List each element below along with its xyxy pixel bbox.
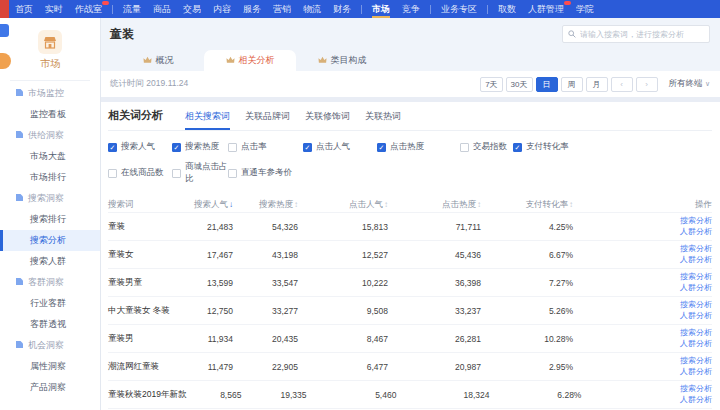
sidebar-item[interactable]: 搜索排行 bbox=[0, 209, 100, 230]
floating-widget-blue[interactable] bbox=[0, 24, 9, 37]
sidebar-item[interactable]: 市场大盘 bbox=[0, 146, 100, 167]
action-link[interactable]: 人群分析 bbox=[573, 311, 712, 322]
subtab[interactable]: 相关搜索词 bbox=[185, 110, 230, 130]
nav-item[interactable]: 财务 bbox=[327, 0, 357, 18]
subtab[interactable]: 关联品牌词 bbox=[245, 110, 290, 130]
keyword-cell: 童装 bbox=[108, 221, 178, 233]
metric-checkbox[interactable]: ✓商城点击占比 bbox=[172, 161, 228, 185]
date-range-button[interactable]: 周 bbox=[561, 77, 583, 92]
value-cell: 15,813 bbox=[298, 222, 388, 232]
metric-checkbox[interactable]: ✓点击人气 bbox=[303, 141, 377, 153]
action-link[interactable]: 人群分析 bbox=[573, 255, 712, 266]
sidebar-item[interactable]: 搜索人群 bbox=[0, 251, 100, 272]
nav-item[interactable]: 服务 bbox=[237, 0, 267, 18]
nav-item[interactable]: 流量 bbox=[117, 0, 147, 18]
table-row: 童装秋装2019年新款8,56519,3355,46018,3246.28%搜索… bbox=[108, 380, 712, 408]
action-link[interactable]: 人群分析 bbox=[573, 283, 712, 294]
metric-checkbox[interactable]: ✓直通车参考价 bbox=[228, 161, 303, 185]
subtab[interactable]: 关联修饰词 bbox=[305, 110, 350, 130]
metric-checkbox[interactable]: ✓点击率 bbox=[228, 141, 303, 153]
main-content: 童装 请输入搜索词，进行搜索分析 概况相关分析类目构成 统计时间 2019.11… bbox=[100, 18, 720, 410]
action-link[interactable]: 人群分析 bbox=[581, 395, 712, 406]
metric-checkbox[interactable]: ✓支付转化率 bbox=[513, 141, 712, 153]
column-header-label: 点击热度 bbox=[442, 199, 476, 209]
sidebar-item-label: 客群洞察 bbox=[28, 276, 64, 289]
sidebar-item[interactable]: 搜索分析 bbox=[0, 230, 100, 251]
table-row: 中大童装女 冬装12,75033,2779,50833,2375.26%搜索分析… bbox=[108, 296, 712, 324]
date-range-button[interactable]: 7天 bbox=[480, 77, 502, 92]
nav-item[interactable]: 物流 bbox=[297, 0, 327, 18]
nav-item[interactable]: 交易 bbox=[177, 0, 207, 18]
pager-button[interactable]: › bbox=[636, 77, 658, 92]
metric-checkbox[interactable]: ✓交易指数 bbox=[460, 141, 513, 153]
date-range-button[interactable]: 日 bbox=[536, 77, 558, 92]
value-cell: 54,326 bbox=[233, 222, 298, 232]
nav-item[interactable]: 竞争 bbox=[396, 0, 426, 18]
nav-item[interactable]: 作战室 bbox=[69, 0, 108, 18]
action-link[interactable]: 人群分析 bbox=[573, 227, 712, 238]
column-header[interactable]: 点击人气↕ bbox=[298, 199, 388, 211]
nav-item[interactable]: 业务专区 bbox=[435, 0, 483, 18]
checkbox-icon: ✓ bbox=[172, 169, 181, 178]
nav-item[interactable]: 商品 bbox=[147, 0, 177, 18]
related-words-panel: 相关词分析 相关搜索词关联品牌词关联修饰词关联热词 ✓搜索人气✓搜索热度✓点击率… bbox=[100, 102, 720, 410]
value-cell: 18,324 bbox=[396, 390, 489, 400]
sidebar-item[interactable]: 客群透视 bbox=[0, 314, 100, 335]
column-header[interactable]: 搜索人气↓ bbox=[178, 199, 233, 211]
nav-item[interactable]: 人群管理 bbox=[522, 0, 570, 18]
tab-inactive[interactable]: 类目构成 bbox=[296, 50, 388, 71]
sidebar-item-label: 机会洞察 bbox=[28, 339, 64, 352]
nav-item[interactable]: 实时 bbox=[39, 0, 69, 18]
search-input[interactable]: 请输入搜索词，进行搜索分析 bbox=[562, 25, 710, 43]
action-link[interactable]: 搜索分析 bbox=[573, 272, 712, 283]
keywords-table: 搜索词搜索人气↓搜索热度↕点击人气↕点击热度↕支付转化率↕操作 童装21,483… bbox=[108, 197, 712, 410]
checkbox-icon: ✓ bbox=[303, 143, 312, 152]
sidebar-item[interactable]: 行业客群 bbox=[0, 293, 100, 314]
column-header[interactable]: 点击热度↕ bbox=[388, 199, 481, 211]
value-cell: 19,335 bbox=[241, 390, 306, 400]
pager-button[interactable]: ‹ bbox=[611, 77, 633, 92]
nav-item[interactable]: 首页 bbox=[9, 0, 39, 18]
action-link[interactable]: 搜索分析 bbox=[573, 244, 712, 255]
value-cell: 33,547 bbox=[233, 278, 298, 288]
column-header[interactable]: 支付转化率↕ bbox=[481, 199, 573, 211]
metric-checkbox[interactable]: ✓搜索人气 bbox=[108, 141, 172, 153]
action-link[interactable]: 搜索分析 bbox=[581, 384, 712, 395]
subtab[interactable]: 关联热词 bbox=[365, 110, 401, 130]
metric-checkbox[interactable]: ✓搜索热度 bbox=[172, 141, 228, 153]
terminal-dropdown-label: 所有终端 bbox=[669, 78, 703, 88]
nav-item[interactable]: 市场 bbox=[366, 0, 396, 18]
tab-active[interactable]: 相关分析 bbox=[204, 50, 296, 71]
nav-item[interactable]: 学院 bbox=[570, 0, 600, 18]
metric-label: 点击热度 bbox=[390, 141, 424, 153]
date-range-button[interactable]: 月 bbox=[586, 77, 608, 92]
keyword-cell: 童装女 bbox=[108, 249, 178, 261]
nav-item[interactable]: 取数 bbox=[492, 0, 522, 18]
action-link[interactable]: 搜索分析 bbox=[573, 216, 712, 227]
brand-logo[interactable] bbox=[0, 0, 9, 18]
column-header[interactable]: 搜索热度↕ bbox=[233, 199, 298, 211]
action-link[interactable]: 搜索分析 bbox=[573, 328, 712, 339]
date-range-button[interactable]: 30天 bbox=[506, 77, 533, 92]
sidebar-item[interactable]: 产品洞察 bbox=[0, 377, 100, 398]
action-link[interactable]: 人群分析 bbox=[573, 367, 712, 378]
action-link[interactable]: 搜索分析 bbox=[573, 356, 712, 367]
value-cell: 17,467 bbox=[178, 250, 233, 260]
sidebar-app-block: 市场 bbox=[0, 18, 100, 71]
metric-checkbox[interactable]: ✓在线商品数 bbox=[108, 161, 172, 185]
sidebar-item-label: 市场大盘 bbox=[30, 150, 66, 163]
sidebar-item[interactable]: 属性洞察 bbox=[0, 356, 100, 377]
nav-divider bbox=[361, 5, 362, 14]
metric-checkbox[interactable]: ✓点击热度 bbox=[377, 141, 460, 153]
action-link[interactable]: 人群分析 bbox=[573, 339, 712, 350]
nav-item[interactable]: 营销 bbox=[267, 0, 297, 18]
action-link[interactable]: 搜索分析 bbox=[573, 300, 712, 311]
nav-item[interactable]: 内容 bbox=[207, 0, 237, 18]
tab-inactive[interactable]: 概况 bbox=[112, 50, 204, 71]
table-header-row: 搜索词搜索人气↓搜索热度↕点击人气↕点击热度↕支付转化率↕操作 bbox=[108, 197, 712, 212]
sidebar-item[interactable]: 监控看板 bbox=[0, 104, 100, 125]
terminal-dropdown[interactable]: 所有终端 ∨ bbox=[669, 78, 711, 90]
stat-time-label: 统计时间 2019.11.24 bbox=[110, 78, 188, 90]
sidebar-item[interactable]: 市场排行 bbox=[0, 167, 100, 188]
page-header: 童装 请输入搜索词，进行搜索分析 概况相关分析类目构成 bbox=[100, 18, 720, 71]
